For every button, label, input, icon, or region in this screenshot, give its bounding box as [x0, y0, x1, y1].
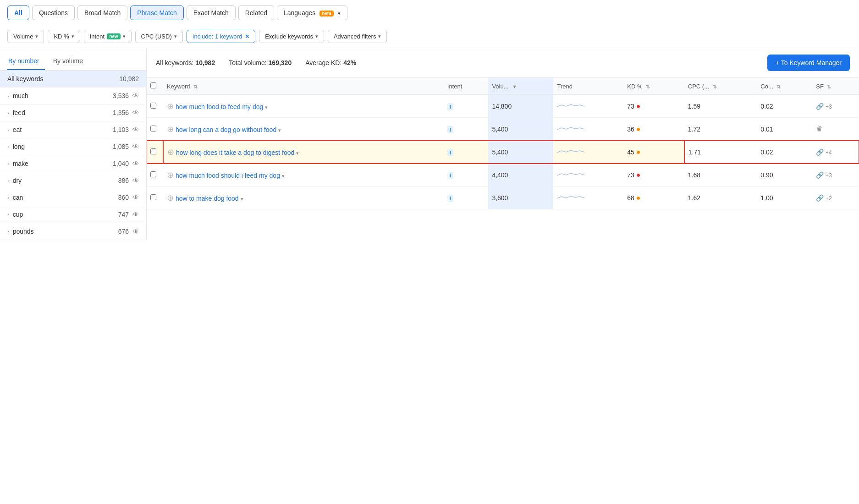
- close-icon[interactable]: ✕: [245, 33, 249, 40]
- sidebar-item[interactable]: › can 860 👁: [0, 189, 146, 206]
- sf-cell: 🔗 +2: [812, 186, 859, 209]
- eye-icon[interactable]: 👁: [132, 92, 139, 99]
- tab-related[interactable]: Related: [238, 5, 274, 20]
- sf-cell: ♛: [812, 118, 859, 141]
- new-badge: new: [107, 33, 120, 39]
- chevron-down-icon[interactable]: ▾: [282, 173, 285, 179]
- tab-languages[interactable]: Languages beta ▾: [277, 5, 347, 20]
- add-icon[interactable]: ⊕: [167, 102, 174, 111]
- row-checkbox[interactable]: [150, 103, 156, 109]
- advanced-filters[interactable]: Advanced filters ▾: [328, 30, 387, 43]
- col-trend: Trend: [553, 78, 623, 95]
- eye-icon[interactable]: 👁: [132, 143, 139, 150]
- sidebar-item[interactable]: › make 1,040 👁: [0, 155, 146, 172]
- tab-broad-match[interactable]: Broad Match: [77, 5, 127, 20]
- tab-phrase-match[interactable]: Phrase Match: [130, 5, 183, 20]
- comp-cell: 0.02: [757, 141, 812, 164]
- intent-badge: I: [447, 195, 453, 202]
- table-stats: All keywords: 10,982 Total volume: 169,3…: [156, 59, 356, 66]
- col-volume[interactable]: Volu... ▼: [488, 78, 553, 95]
- eye-icon[interactable]: 👁: [132, 177, 139, 184]
- keyword-link[interactable]: how long does it take a dog to digest fo…: [176, 149, 294, 156]
- select-all-checkbox[interactable]: [150, 82, 156, 88]
- include-filter[interactable]: Include: 1 keyword ✕: [187, 30, 255, 43]
- kd-filter[interactable]: KD % ▾: [48, 30, 80, 43]
- volume-filter[interactable]: Volume ▾: [7, 30, 44, 43]
- chevron-right-icon: ›: [7, 178, 9, 183]
- sort-icon: ⇅: [646, 84, 650, 89]
- tab-questions[interactable]: Questions: [32, 5, 75, 20]
- col-comp[interactable]: Co... ⇅: [757, 78, 812, 95]
- sf-value: +4: [826, 149, 832, 156]
- chevron-down-icon[interactable]: ▾: [265, 104, 268, 110]
- chevron-down-icon[interactable]: ▾: [296, 150, 299, 156]
- chevron-right-icon: ›: [7, 195, 9, 200]
- sf-value: +3: [826, 104, 832, 110]
- kd-dot: ●: [636, 102, 641, 110]
- row-checkbox[interactable]: [150, 171, 156, 177]
- sidebar-item[interactable]: › eat 1,103 👁: [0, 121, 146, 138]
- link-icon: 🔗: [816, 171, 824, 179]
- main-content: By number By volume All keywords 10,982 …: [0, 48, 859, 240]
- col-sf[interactable]: SF ⇅: [812, 78, 859, 95]
- keyword-cell: ⊕ how long does it take a dog to digest …: [163, 141, 444, 164]
- trend-cell: [553, 118, 623, 141]
- volume-cell: 4,400: [488, 164, 553, 186]
- kd-cell: 73 ●: [623, 164, 684, 186]
- sidebar-item[interactable]: › dry 886 👁: [0, 172, 146, 189]
- keyword-link[interactable]: how long can a dog go without food: [176, 126, 276, 133]
- eye-icon[interactable]: 👁: [132, 228, 139, 235]
- kd-cell: 73 ●: [623, 95, 684, 118]
- col-keyword[interactable]: Keyword ⇅: [163, 78, 444, 95]
- sf-cell: 🔗 +3: [812, 95, 859, 118]
- row-checkbox[interactable]: [150, 194, 156, 200]
- keyword-link[interactable]: how much food to feed my dog: [176, 103, 263, 110]
- intent-filter[interactable]: Intent new ▾: [84, 30, 132, 43]
- intent-cell: I: [444, 186, 489, 209]
- add-icon[interactable]: ⊕: [167, 170, 174, 180]
- sidebar-item-all-keywords[interactable]: All keywords 10,982: [0, 71, 146, 88]
- sidebar-item[interactable]: › pounds 676 👁: [0, 223, 146, 240]
- chevron-down-icon[interactable]: ▾: [241, 196, 243, 202]
- add-icon[interactable]: ⊕: [167, 125, 174, 134]
- sidebar: By number By volume All keywords 10,982 …: [0, 48, 147, 240]
- col-cpc[interactable]: CPC (... ⇅: [684, 78, 757, 95]
- sort-icon: ⇅: [776, 84, 781, 89]
- keyword-link[interactable]: how much food should i feed my dog: [176, 172, 280, 179]
- keywords-table: Keyword ⇅ Intent Volu... ▼ Trend KD %: [147, 77, 859, 209]
- cpc-cell: 1.71: [684, 141, 757, 164]
- row-checkbox[interactable]: [150, 148, 156, 154]
- eye-icon[interactable]: 👁: [132, 194, 139, 201]
- eye-icon[interactable]: 👁: [132, 160, 139, 167]
- tab-all[interactable]: All: [7, 5, 29, 20]
- sidebar-item[interactable]: › cup 747 👁: [0, 206, 146, 223]
- sf-value: +3: [826, 172, 832, 179]
- keyword-link[interactable]: how to make dog food: [176, 195, 239, 202]
- tab-exact-match[interactable]: Exact Match: [187, 5, 236, 20]
- add-icon[interactable]: ⊕: [167, 193, 174, 203]
- sidebar-tabs: By number By volume: [0, 48, 146, 71]
- intent-cell: I: [444, 141, 489, 164]
- tab-by-number[interactable]: By number: [7, 55, 45, 70]
- col-kd[interactable]: KD % ⇅: [623, 78, 684, 95]
- eye-icon[interactable]: 👁: [132, 109, 139, 116]
- sidebar-item[interactable]: › long 1,085 👁: [0, 138, 146, 155]
- eye-icon[interactable]: 👁: [132, 211, 139, 218]
- sf-cell: 🔗 +3: [812, 164, 859, 186]
- crown-icon: ♛: [816, 125, 822, 133]
- row-checkbox[interactable]: [150, 126, 156, 131]
- sidebar-label: All keywords: [7, 75, 44, 82]
- to-keyword-manager-button[interactable]: + To Keyword Manager: [767, 55, 850, 71]
- kd-cell: 68 ●: [623, 186, 684, 209]
- exclude-filter[interactable]: Exclude keywords ▾: [259, 30, 324, 43]
- chevron-down-icon[interactable]: ▾: [278, 127, 281, 133]
- sidebar-item[interactable]: › feed 1,356 👁: [0, 104, 146, 121]
- chevron-right-icon: ›: [7, 144, 9, 149]
- sidebar-item[interactable]: › much 3,536 👁: [0, 88, 146, 104]
- eye-icon[interactable]: 👁: [132, 126, 139, 133]
- cpc-filter[interactable]: CPC (USD) ▾: [135, 30, 183, 43]
- comp-cell: 1.00: [757, 186, 812, 209]
- chevron-right-icon: ›: [7, 93, 9, 99]
- tab-by-volume[interactable]: By volume: [52, 55, 88, 70]
- add-icon[interactable]: ⊕: [167, 148, 174, 157]
